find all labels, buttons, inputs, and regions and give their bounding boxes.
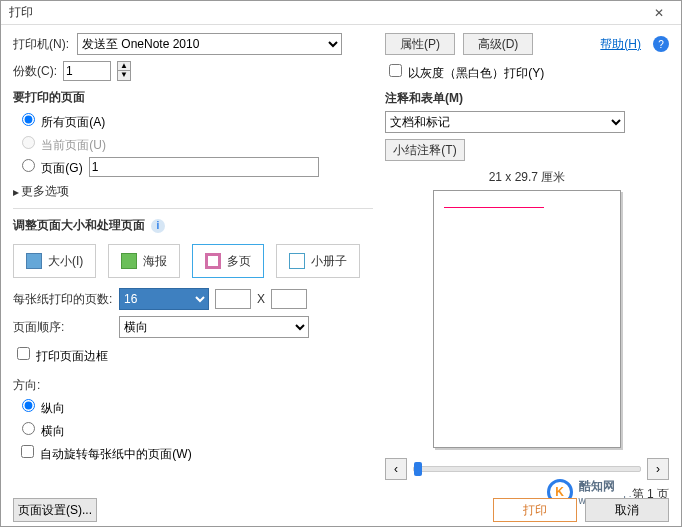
- chevron-right-icon: ▸: [13, 185, 19, 199]
- window-title: 打印: [9, 4, 645, 21]
- pages-per-sheet-label: 每张纸打印的页数:: [13, 291, 113, 308]
- radio-current-page: 当前页面(U): [17, 138, 106, 152]
- help-icon[interactable]: ?: [653, 36, 669, 52]
- page-setup-button[interactable]: 页面设置(S)...: [13, 498, 97, 522]
- custom-rows-input[interactable]: [271, 289, 307, 309]
- print-border-checkbox[interactable]: 打印页面边框: [13, 344, 108, 365]
- radio-portrait[interactable]: 纵向: [17, 401, 65, 415]
- preview-content-line: [444, 207, 544, 208]
- pages-title: 要打印的页面: [13, 89, 373, 106]
- next-page-button[interactable]: ›: [647, 458, 669, 480]
- spin-down-icon[interactable]: ▼: [118, 71, 130, 80]
- pages-per-sheet-select[interactable]: 16: [119, 288, 209, 310]
- x-label: X: [257, 292, 265, 306]
- copies-input[interactable]: [63, 61, 111, 81]
- copies-label: 份数(C):: [13, 63, 57, 80]
- more-options-toggle[interactable]: ▸更多选项: [13, 183, 373, 200]
- close-icon[interactable]: ✕: [645, 6, 673, 20]
- print-button[interactable]: 打印: [493, 498, 577, 522]
- summarize-comments-button[interactable]: 小结注释(T): [385, 139, 465, 161]
- paper-size-caption: 21 x 29.7 厘米: [385, 169, 669, 186]
- page-range-input[interactable]: [89, 157, 319, 177]
- tab-multi[interactable]: 多页: [192, 244, 264, 278]
- title-bar: 打印 ✕: [1, 1, 681, 25]
- prev-page-button[interactable]: ‹: [385, 458, 407, 480]
- tab-booklet[interactable]: 小册子: [276, 244, 360, 278]
- page-order-label: 页面顺序:: [13, 319, 113, 336]
- chevron-left-icon: ‹: [394, 462, 398, 476]
- printer-select[interactable]: 发送至 OneNote 2010: [77, 33, 342, 55]
- orientation-label: 方向:: [13, 377, 373, 394]
- page-order-select[interactable]: 横向: [119, 316, 309, 338]
- info-icon[interactable]: i: [151, 219, 165, 233]
- comments-select[interactable]: 文档和标记: [385, 111, 625, 133]
- tab-poster[interactable]: 海报: [108, 244, 180, 278]
- zoom-slider[interactable]: [413, 466, 641, 472]
- custom-cols-input[interactable]: [215, 289, 251, 309]
- copies-spinner[interactable]: ▲▼: [117, 61, 131, 81]
- comments-title: 注释和表单(M): [385, 90, 669, 107]
- sizing-title: 调整页面大小和处理页面i: [13, 217, 373, 234]
- radio-page-range[interactable]: 页面(G): [17, 156, 83, 177]
- slider-thumb[interactable]: [414, 462, 422, 476]
- poster-icon: [121, 253, 137, 269]
- paper-preview: [433, 190, 621, 448]
- help-link[interactable]: 帮助(H): [600, 36, 641, 53]
- autorotate-checkbox[interactable]: 自动旋转每张纸中的页面(W): [17, 447, 192, 461]
- advanced-button[interactable]: 高级(D): [463, 33, 533, 55]
- radio-all-pages[interactable]: 所有页面(A): [17, 115, 105, 129]
- chevron-right-icon: ›: [656, 462, 660, 476]
- tab-size[interactable]: 大小(I): [13, 244, 96, 278]
- grayscale-checkbox[interactable]: 以灰度（黑白色）打印(Y): [385, 61, 544, 82]
- printer-label: 打印机(N):: [13, 36, 69, 53]
- booklet-icon: [289, 253, 305, 269]
- properties-button[interactable]: 属性(P): [385, 33, 455, 55]
- cancel-button[interactable]: 取消: [585, 498, 669, 522]
- radio-landscape[interactable]: 横向: [17, 424, 65, 438]
- size-icon: [26, 253, 42, 269]
- multi-icon: [205, 253, 221, 269]
